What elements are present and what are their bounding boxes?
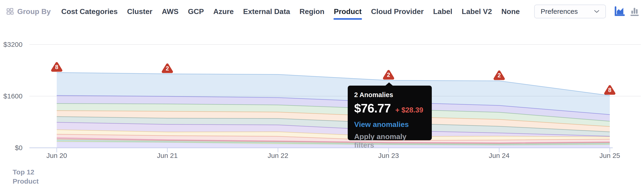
tab-cluster[interactable]: Cluster [127,7,152,16]
view-anomalies-link[interactable]: View anomalies [354,120,425,129]
y-axis-label: $3200 [4,41,22,48]
tab-label-v2[interactable]: Label V2 [462,7,492,16]
toolbar: Group By Cost Categories Cluster AWS GCP… [0,0,644,23]
legend-title: Top 12 Product [13,168,38,186]
y-axis-label: $0 [15,144,22,152]
chart-legend: Top 12 Product Amazon Elastic Compute Cl… [0,161,644,196]
bar-chart-icon[interactable] [630,6,640,17]
anomaly-count: 2 [166,65,169,72]
x-axis-label: Jun 21 [157,152,178,159]
group-by-tabs: Cost Categories Cluster AWS GCP Azure Ex… [61,7,520,16]
tooltip-delta: + $28.39 [395,106,423,114]
tab-region[interactable]: Region [300,7,324,16]
group-by-label-group: Group By [6,7,51,16]
tab-product[interactable]: Product [334,7,362,16]
tooltip-title: 2 Anomalies [354,91,425,99]
anomaly-count: 8 [55,64,58,70]
tab-none[interactable]: None [501,7,520,16]
area-chart-icon[interactable] [614,6,625,17]
x-axis-label: Jun 25 [600,152,620,159]
grid-layout-icon [6,7,14,15]
y-axis-label: $1600 [4,92,22,100]
tab-gcp[interactable]: GCP [188,7,204,16]
stacked-area-chart[interactable]: $0$1600$3200Jun 20Jun 21Jun 22Jun 23Jun … [0,0,644,163]
cost-dashboard: $0$1600$3200Jun 20Jun 21Jun 22Jun 23Jun … [0,0,644,196]
tab-aws[interactable]: AWS [162,7,178,16]
tab-cloud-provider[interactable]: Cloud Provider [371,7,424,16]
tab-cost-categories[interactable]: Cost Categories [61,7,118,16]
x-axis-label: Jun 22 [268,152,288,159]
preferences-label: Preferences [541,7,578,15]
x-axis-label: Jun 23 [378,152,399,159]
tab-azure[interactable]: Azure [213,7,234,16]
anomaly-count: 2 [498,72,501,78]
anomaly-count: 8 [608,87,612,93]
x-axis-label: Jun 20 [46,152,67,159]
tooltip-amount: $76.77 [354,101,391,115]
tab-label[interactable]: Label [433,7,452,16]
group-by-label: Group By [17,7,51,16]
tab-external-data[interactable]: External Data [243,7,290,16]
apply-anomaly-filters-link[interactable]: Apply anomaly filters [354,132,425,149]
x-axis-label: Jun 24 [489,152,510,159]
chart-type-switch [614,6,640,17]
anomaly-count: 2 [387,72,390,78]
anomaly-tooltip: 2 Anomalies $76.77 + $28.39 View anomali… [348,86,432,140]
chevron-down-icon [594,10,600,13]
preferences-dropdown[interactable]: Preferences [534,4,606,18]
tooltip-arrow [385,82,393,86]
